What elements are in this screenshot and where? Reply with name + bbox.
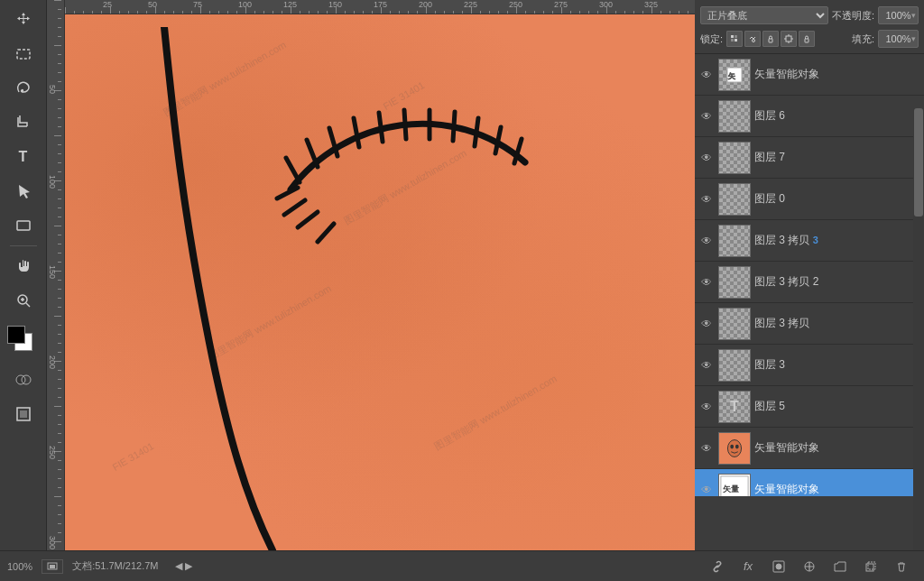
layer-visibility-toggle[interactable]: 👁: [698, 67, 715, 83]
layer-row[interactable]: 👁 图层 7: [695, 137, 924, 179]
layer-thumbnail: 矢: [718, 59, 751, 91]
opacity-control[interactable]: ▾: [878, 6, 919, 24]
crop-tool[interactable]: [7, 106, 40, 139]
hand-tool[interactable]: [7, 250, 40, 282]
prev-frame[interactable]: ◀: [175, 560, 182, 572]
layer-row[interactable]: 👁 T 图层 5: [695, 386, 924, 428]
separator: [10, 245, 37, 246]
layer-visibility-toggle[interactable]: 👁: [698, 316, 715, 332]
adjustment-layer-btn[interactable]: [799, 556, 820, 577]
layer-thumbnail: [718, 142, 751, 174]
layer-name: 矢量智能对象: [754, 440, 920, 456]
svg-line-14: [379, 113, 383, 142]
layer-name: 矢量智能对象: [754, 482, 920, 496]
new-layer-btn[interactable]: [860, 556, 882, 577]
options-bar: 正片叠底 正常 溶解 不透明度: ▾ 锁定:: [695, 0, 924, 54]
link-layers-btn[interactable]: [707, 556, 728, 577]
lock-label: 锁定:: [700, 32, 723, 46]
svg-rect-9: [20, 410, 27, 418]
layers-list[interactable]: 👁 矢 矢量智能对象 👁 图层 6 👁 图层 7: [695, 54, 924, 496]
lock-all-btn[interactable]: [799, 31, 815, 47]
layers-scrollbar-thumb[interactable]: [914, 108, 923, 217]
delete-layer-btn[interactable]: [891, 556, 912, 577]
svg-rect-33: [786, 36, 791, 42]
layer-row[interactable]: 👁 图层 3 拷贝: [695, 303, 924, 345]
layer-visibility-toggle[interactable]: 👁: [698, 357, 715, 374]
playback-controls: ◀ ▶: [175, 560, 192, 572]
svg-point-31: [753, 40, 755, 42]
fill-control[interactable]: ▾: [878, 30, 919, 48]
svg-line-21: [277, 188, 298, 198]
layer-row[interactable]: 👁 矢 矢量智能对象: [695, 54, 924, 96]
layer-name: 图层 3: [754, 357, 920, 373]
canvas-area[interactable]: 图里智能网 www.tulizhinen.com 图里智能网 www.tuliz…: [47, 0, 695, 550]
blend-opacity-row: 正片叠底 正常 溶解 不透明度: ▾: [700, 4, 919, 27]
lasso-tool[interactable]: [7, 72, 40, 105]
layer-effects-btn[interactable]: fx: [737, 556, 759, 577]
layers-bottom-toolbar: fx: [695, 550, 924, 581]
layer-visibility-toggle[interactable]: 👁: [698, 191, 715, 208]
layer-row[interactable]: 👁 图层 6: [695, 96, 924, 137]
layer-row[interactable]: 👁 图层 3 拷贝 3: [695, 220, 924, 262]
next-frame[interactable]: ▶: [185, 560, 192, 572]
lock-image-btn[interactable]: [744, 31, 761, 47]
layer-name: 图层 0: [754, 191, 920, 207]
lock-transparent-btn[interactable]: [726, 31, 743, 47]
layers-scrollbar[interactable]: [913, 108, 924, 550]
rectangle-tool[interactable]: [7, 209, 40, 242]
layer-visibility-toggle[interactable]: 👁: [698, 108, 715, 124]
layer-visibility-toggle[interactable]: 👁: [698, 274, 715, 290]
layers-panel: 👁 矢 矢量智能对象 👁 图层 6 👁 图层 7: [695, 54, 924, 550]
layer-name: 图层 5: [754, 399, 920, 414]
type-tool[interactable]: T: [7, 141, 40, 173]
fill-label: 填充:: [852, 32, 874, 46]
layer-row[interactable]: 👁 矢量智能对象: [695, 428, 924, 469]
layer-thumbnail: 矢量: [718, 474, 751, 497]
move-tool[interactable]: [7, 4, 40, 36]
layer-thumbnail: [718, 225, 751, 257]
svg-rect-30: [735, 39, 737, 42]
layer-name: 矢量智能对象: [754, 67, 920, 82]
lock-fill-row: 锁定:: [700, 27, 919, 51]
svg-line-18: [475, 118, 478, 146]
svg-line-13: [354, 118, 359, 147]
new-group-btn[interactable]: [829, 556, 851, 577]
status-icon[interactable]: [42, 559, 63, 574]
ruler-top: 255075100125150175200225250275300325: [65, 0, 695, 14]
opacity-dropdown-icon: ▾: [911, 11, 916, 20]
layer-row-active[interactable]: 👁 矢量 矢量智能对象: [695, 469, 924, 496]
layer-visibility-toggle[interactable]: 👁: [698, 399, 715, 415]
ruler-left: 50100150200250300: [47, 0, 65, 550]
svg-point-6: [16, 375, 25, 384]
layer-thumbnail: [718, 266, 751, 299]
svg-line-19: [495, 127, 501, 153]
svg-rect-32: [769, 39, 772, 42]
layer-visibility-toggle[interactable]: 👁: [698, 150, 715, 166]
screen-mode-tool[interactable]: [7, 398, 40, 430]
quick-mask-tool[interactable]: [7, 364, 40, 396]
doc-size: 文档:51.7M/212.7M: [72, 559, 158, 573]
layer-thumbnail: [718, 349, 751, 382]
layer-visibility-toggle[interactable]: 👁: [698, 440, 715, 456]
layer-row[interactable]: 👁 图层 0: [695, 179, 924, 220]
canvas-content: 图里智能网 www.tulizhinen.com 图里智能网 www.tuliz…: [65, 0, 695, 550]
zoom-tool[interactable]: [7, 284, 40, 317]
fill-dropdown-icon: ▾: [911, 34, 916, 43]
svg-point-43: [730, 444, 734, 448]
layer-name: 图层 3 拷贝 3: [754, 233, 920, 248]
layer-visibility-toggle[interactable]: 👁: [698, 482, 715, 497]
foreground-color[interactable]: [7, 326, 25, 344]
svg-rect-51: [866, 564, 873, 571]
blend-mode-select[interactable]: 正片叠底 正常 溶解: [700, 6, 828, 24]
add-mask-btn[interactable]: [768, 556, 790, 577]
color-selector[interactable]: [7, 326, 40, 358]
layer-row[interactable]: 👁 图层 3 拷贝 2: [695, 262, 924, 303]
marquee-tool[interactable]: [7, 38, 40, 70]
lock-artboard-btn[interactable]: [781, 31, 797, 47]
layer-visibility-toggle[interactable]: 👁: [698, 233, 715, 249]
svg-line-10: [286, 158, 300, 182]
lock-position-btn[interactable]: [762, 31, 779, 47]
layer-row[interactable]: 👁 图层 3: [695, 345, 924, 386]
layer-thumbnail: T: [718, 391, 751, 423]
selection-tool[interactable]: [7, 175, 40, 208]
